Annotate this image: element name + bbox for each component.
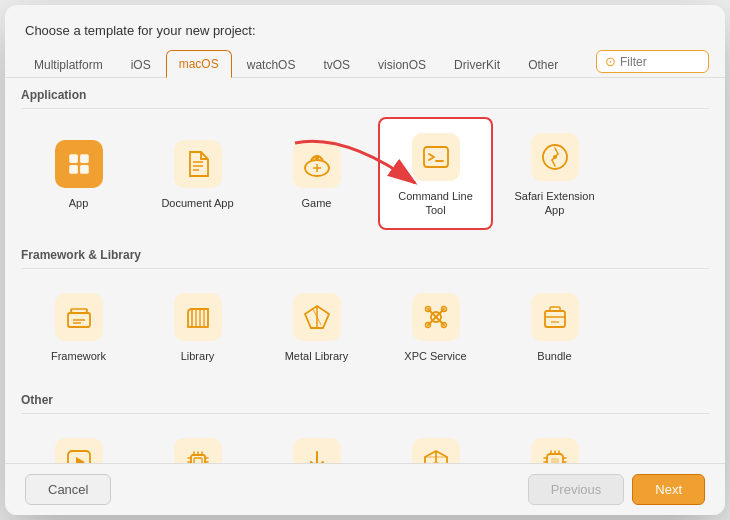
svg-point-8 bbox=[315, 156, 319, 160]
game-label: Game bbox=[302, 196, 332, 210]
tab-ios[interactable]: iOS bbox=[118, 51, 164, 78]
metal-label: Metal Library bbox=[285, 349, 349, 363]
content-area: Application App bbox=[5, 78, 725, 463]
template-metal-library[interactable]: Metal Library bbox=[259, 277, 374, 375]
document-app-icon-wrap bbox=[172, 138, 224, 190]
template-other-1[interactable] bbox=[21, 422, 136, 463]
svg-rect-11 bbox=[424, 147, 448, 167]
template-bundle[interactable]: Bundle bbox=[497, 277, 612, 375]
safari-icon-wrap bbox=[529, 131, 581, 183]
app-icon bbox=[55, 140, 103, 188]
library-label: Library bbox=[181, 349, 215, 363]
svg-point-17 bbox=[553, 155, 557, 159]
framework-grid: Framework Libra bbox=[21, 277, 709, 383]
tabs-bar: Multiplatform iOS macOS watchOS tvOS vis… bbox=[5, 46, 725, 78]
section-framework: Framework & Library bbox=[21, 238, 709, 269]
bundle-icon-wrap bbox=[529, 291, 581, 343]
game-icon bbox=[293, 140, 341, 188]
template-other-2[interactable] bbox=[140, 422, 255, 463]
xpc-icon-wrap bbox=[410, 291, 462, 343]
svg-rect-1 bbox=[80, 154, 89, 163]
xpc-label: XPC Service bbox=[404, 349, 466, 363]
nav-buttons: Previous Next bbox=[528, 474, 705, 505]
app-icon-wrap bbox=[53, 138, 105, 190]
svg-rect-37 bbox=[191, 455, 205, 463]
xpc-icon bbox=[412, 293, 460, 341]
other3-icon bbox=[293, 438, 341, 463]
previous-button[interactable]: Previous bbox=[528, 474, 625, 505]
safari-extension-label: Safari Extension App bbox=[507, 189, 602, 218]
template-xpc-service[interactable]: XPC Service bbox=[378, 277, 493, 375]
other-grid bbox=[21, 422, 709, 463]
cmd-icon-wrap bbox=[410, 131, 462, 183]
footer: Cancel Previous Next bbox=[5, 463, 725, 515]
template-other-4[interactable] bbox=[378, 422, 493, 463]
document-app-label: Document App bbox=[161, 196, 233, 210]
other1-icon-wrap bbox=[53, 436, 105, 463]
template-command-line-tool[interactable]: Command Line Tool bbox=[378, 117, 493, 230]
other5-icon-wrap bbox=[529, 436, 581, 463]
other3-icon-wrap bbox=[291, 436, 343, 463]
tab-watchos[interactable]: watchOS bbox=[234, 51, 309, 78]
document-app-icon bbox=[174, 140, 222, 188]
filter-icon: ⊙ bbox=[605, 54, 616, 69]
section-other: Other bbox=[21, 383, 709, 414]
tab-other[interactable]: Other bbox=[515, 51, 571, 78]
svg-rect-19 bbox=[71, 309, 87, 313]
tab-driverkit[interactable]: DriverKit bbox=[441, 51, 513, 78]
other4-icon-wrap bbox=[410, 436, 462, 463]
metal-icon bbox=[293, 293, 341, 341]
template-other-5[interactable] bbox=[497, 422, 612, 463]
other2-icon-wrap bbox=[172, 436, 224, 463]
framework-label: Framework bbox=[51, 349, 106, 363]
other2-icon bbox=[174, 438, 222, 463]
other5-icon bbox=[531, 438, 579, 463]
template-framework[interactable]: Framework bbox=[21, 277, 136, 375]
template-other-3[interactable] bbox=[259, 422, 374, 463]
bundle-icon bbox=[531, 293, 579, 341]
game-icon-wrap bbox=[291, 138, 343, 190]
svg-rect-3 bbox=[80, 165, 89, 174]
svg-rect-2 bbox=[69, 165, 78, 174]
other1-icon bbox=[55, 438, 103, 463]
template-game[interactable]: Game bbox=[259, 117, 374, 230]
safari-icon bbox=[531, 133, 579, 181]
template-app[interactable]: App bbox=[21, 117, 136, 230]
template-library[interactable]: Library bbox=[140, 277, 255, 375]
svg-rect-0 bbox=[69, 154, 78, 163]
tab-macos[interactable]: macOS bbox=[166, 50, 232, 78]
next-button[interactable]: Next bbox=[632, 474, 705, 505]
library-icon-wrap bbox=[172, 291, 224, 343]
cancel-button[interactable]: Cancel bbox=[25, 474, 111, 505]
application-grid: App Document App bbox=[21, 117, 709, 238]
metal-icon-wrap bbox=[291, 291, 343, 343]
cmd-icon bbox=[412, 133, 460, 181]
template-safari-extension[interactable]: Safari Extension App bbox=[497, 117, 612, 230]
bundle-label: Bundle bbox=[537, 349, 571, 363]
svg-line-14 bbox=[555, 148, 558, 154]
svg-line-16 bbox=[552, 160, 555, 166]
svg-rect-33 bbox=[550, 307, 560, 311]
tab-multiplatform[interactable]: Multiplatform bbox=[21, 51, 116, 78]
filter-box: ⊙ bbox=[596, 50, 709, 73]
dialog-title: Choose a template for your new project: bbox=[5, 5, 725, 46]
section-application: Application bbox=[21, 78, 709, 109]
app-label: App bbox=[69, 196, 89, 210]
tab-tvos[interactable]: tvOS bbox=[310, 51, 363, 78]
svg-rect-32 bbox=[545, 311, 565, 327]
framework-icon-wrap bbox=[53, 291, 105, 343]
other4-icon bbox=[412, 438, 460, 463]
main-dialog: Choose a template for your new project: … bbox=[5, 5, 725, 515]
cmd-label: Command Line Tool bbox=[388, 189, 483, 218]
template-document-app[interactable]: Document App bbox=[140, 117, 255, 230]
library-icon bbox=[174, 293, 222, 341]
filter-input[interactable] bbox=[620, 55, 700, 69]
tab-visionos[interactable]: visionOS bbox=[365, 51, 439, 78]
framework-icon bbox=[55, 293, 103, 341]
